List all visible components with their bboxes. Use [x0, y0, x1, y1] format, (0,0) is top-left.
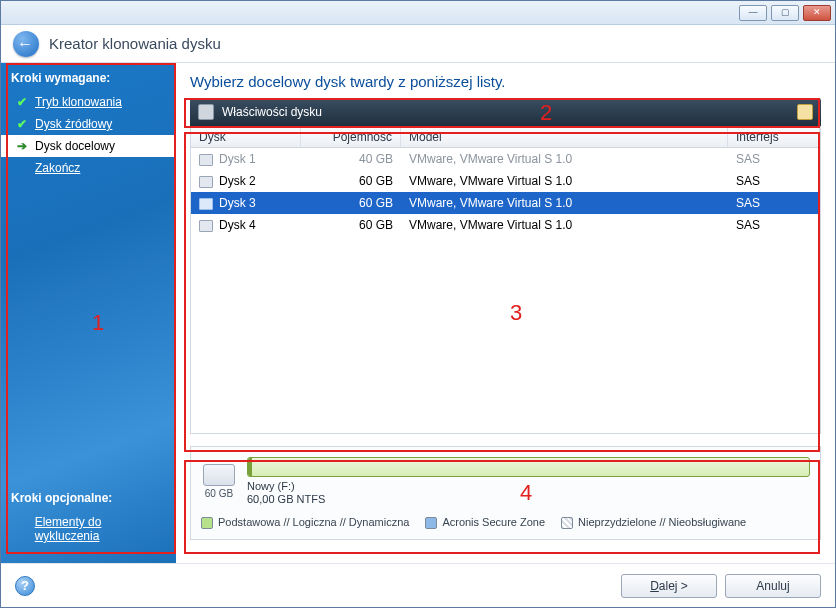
minimize-button[interactable]: — — [739, 5, 767, 21]
sidebar-item-target-disk[interactable]: ➔ Dysk docelowy — [1, 135, 176, 157]
back-arrow-icon: ← — [17, 35, 33, 53]
cell-model: VMware, VMware Virtual S 1.0 — [401, 172, 728, 190]
sidebar: Kroki wymagane: ✔ Tryb klonowania ✔ Dysk… — [1, 63, 176, 563]
sidebar-item-label: Zakończ — [35, 161, 80, 175]
table-row[interactable]: Dysk 1 40 GB VMware, VMware Virtual S 1.… — [191, 148, 820, 170]
sidebar-item-label: Dysk docelowy — [35, 139, 115, 153]
sidebar-required-heading: Kroki wymagane: — [1, 69, 176, 91]
maximize-button[interactable]: ▢ — [771, 5, 799, 21]
back-button[interactable]: ← — [13, 31, 39, 57]
disk-icon — [199, 220, 213, 232]
disk-icon — [199, 198, 213, 210]
selected-disk-icon: 60 GB — [201, 464, 237, 499]
cell-interface: SAS — [728, 172, 820, 190]
table-row[interactable]: Dysk 4 60 GB VMware, VMware Virtual S 1.… — [191, 214, 820, 236]
footer: ? Dalej > Anuluj — [1, 563, 835, 607]
col-model[interactable]: Model — [401, 127, 728, 147]
wizard-window: — ▢ ✕ ← Kreator klonowania dysku Kroki w… — [0, 0, 836, 608]
instruction-text: Wybierz docelowy dysk twardy z poniższej… — [190, 73, 821, 90]
legend-primary: Podstawowa // Logiczna // Dynamiczna — [201, 516, 409, 529]
legend-swatch-unallocated — [561, 517, 573, 529]
next-button[interactable]: Dalej > — [621, 574, 717, 598]
cell-model: VMware, VMware Virtual S 1.0 — [401, 150, 728, 168]
col-capacity[interactable]: Pojemność — [301, 127, 401, 147]
col-interface[interactable]: Interfejs — [728, 127, 820, 147]
disk-icon — [199, 154, 213, 166]
disk-table: Dysk Pojemność Model Interfejs Dysk 1 40… — [190, 126, 821, 434]
cell-interface: SAS — [728, 216, 820, 234]
current-step-icon: ➔ — [17, 139, 29, 153]
sidebar-item-label: Tryb klonowania — [35, 95, 122, 109]
table-row[interactable]: Dysk 2 60 GB VMware, VMware Virtual S 1.… — [191, 170, 820, 192]
sidebar-item-label: Dysk źródłowy — [35, 117, 112, 131]
cell-disk: Dysk 1 — [219, 152, 256, 166]
sidebar-item-label: Elementy do wykluczenia — [35, 515, 166, 543]
sidebar-item-finish[interactable]: Zakończ — [1, 157, 176, 179]
table-header: Dysk Pojemność Model Interfejs — [191, 127, 820, 148]
disk-icon — [199, 176, 213, 188]
page-title: Kreator klonowania dysku — [49, 35, 221, 52]
cell-interface: SAS — [728, 194, 820, 212]
partition-bar[interactable]: Nowy (F:) 60,00 GB NTFS — [247, 457, 810, 506]
drive-icon — [203, 464, 235, 486]
cell-capacity: 40 GB — [301, 150, 401, 168]
table-row[interactable]: Dysk 3 60 GB VMware, VMware Virtual S 1.… — [191, 192, 820, 214]
maximize-icon: ▢ — [781, 8, 790, 17]
col-disk[interactable]: Dysk — [191, 127, 301, 147]
help-button[interactable]: ? — [15, 576, 35, 596]
close-icon: ✕ — [813, 8, 821, 17]
disk-icon — [198, 104, 214, 120]
legend-swatch-asz — [425, 517, 437, 529]
cell-capacity: 60 GB — [301, 194, 401, 212]
partition-legend: Podstawowa // Logiczna // Dynamiczna Acr… — [201, 516, 810, 529]
sidebar-item-exclusions[interactable]: Elementy do wykluczenia — [1, 511, 176, 547]
selected-disk-total: 60 GB — [205, 488, 233, 499]
sidebar-item-clone-mode[interactable]: ✔ Tryb klonowania — [1, 91, 176, 113]
table-body: Dysk 1 40 GB VMware, VMware Virtual S 1.… — [191, 148, 820, 433]
sidebar-item-source-disk[interactable]: ✔ Dysk źródłowy — [1, 113, 176, 135]
disk-properties-label: Właściwości dysku — [222, 105, 322, 119]
body: Kroki wymagane: ✔ Tryb klonowania ✔ Dysk… — [1, 63, 835, 563]
legend-asz: Acronis Secure Zone — [425, 516, 545, 529]
help-icon: ? — [21, 578, 29, 593]
titlebar: — ▢ ✕ — [1, 1, 835, 25]
main: Wybierz docelowy dysk twardy z poniższej… — [176, 63, 835, 563]
cancel-button[interactable]: Anuluj — [725, 574, 821, 598]
legend-unallocated: Nieprzydzielone // Nieobsługiwane — [561, 516, 746, 529]
close-button[interactable]: ✕ — [803, 5, 831, 21]
disk-properties-bar[interactable]: Właściwości dysku — [190, 98, 821, 126]
cell-disk: Dysk 3 — [219, 196, 256, 210]
cell-disk: Dysk 2 — [219, 174, 256, 188]
cell-interface: SAS — [728, 150, 820, 168]
legend-swatch-primary — [201, 517, 213, 529]
check-icon: ✔ — [17, 95, 29, 109]
cell-model: VMware, VMware Virtual S 1.0 — [401, 216, 728, 234]
cell-disk: Dysk 4 — [219, 218, 256, 232]
sidebar-optional-heading: Kroki opcjonalne: — [1, 489, 176, 511]
cell-capacity: 60 GB — [301, 172, 401, 190]
partition-panel: 60 GB Nowy (F:) 60,00 GB NTFS Podstawowa… — [190, 446, 821, 540]
cell-model: VMware, VMware Virtual S 1.0 — [401, 194, 728, 212]
partition-label: Nowy (F:) 60,00 GB NTFS — [247, 480, 810, 506]
cell-capacity: 60 GB — [301, 216, 401, 234]
propbar-action-icon[interactable] — [797, 104, 813, 120]
check-icon: ✔ — [17, 117, 29, 131]
minimize-icon: — — [749, 8, 758, 17]
partition-segment-primary — [247, 457, 810, 477]
header: ← Kreator klonowania dysku — [1, 25, 835, 63]
